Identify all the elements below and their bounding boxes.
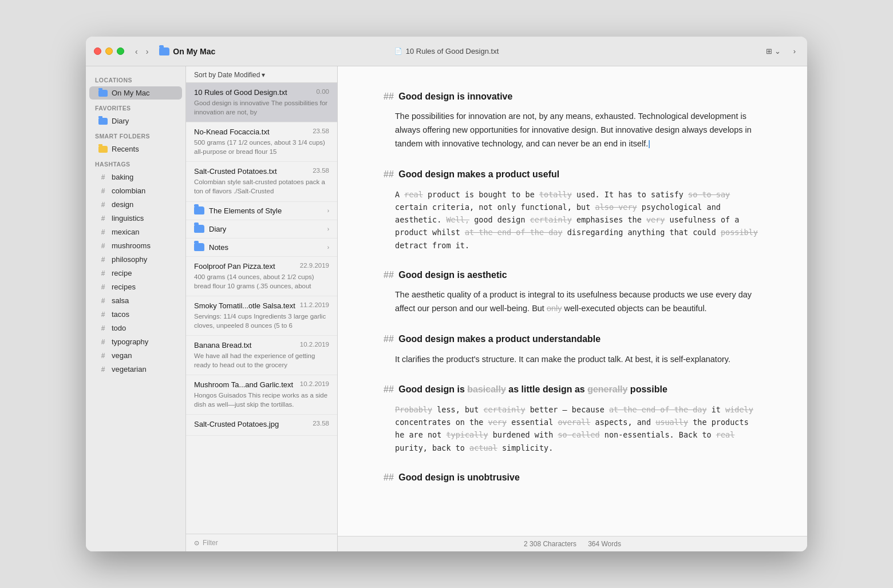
file-item-header: No-Knead Focaccia.txt 23.58 (194, 128, 329, 136)
sidebar-item-diary[interactable]: Diary (89, 114, 182, 128)
sidebar-item-vegetarian[interactable]: # vegetarian (89, 363, 182, 376)
strikethrough-text: real (404, 190, 423, 199)
hash-icon: # (98, 173, 108, 181)
file-item[interactable]: 10 Rules of Good Design.txt 0.00 Good de… (186, 83, 337, 122)
word-count: 364 Words (588, 540, 621, 548)
folder-icon (98, 146, 108, 153)
sidebar-item-label: On My Mac (112, 89, 149, 97)
folder-icon (194, 243, 204, 251)
file-item-header: Salt-Crusted Potatoes.jpg 23.58 (194, 420, 329, 428)
file-size: 11.2.2019 (300, 301, 329, 308)
view-toggle-button[interactable]: ⊞ ⌄ (762, 46, 784, 57)
sidebar-item-typography[interactable]: # typography (89, 335, 182, 348)
file-name: 10 Rules of Good Design.txt (194, 88, 312, 97)
sidebar-item-mexican[interactable]: # mexican (89, 225, 182, 239)
folder-item[interactable]: The Elements of Style › (186, 202, 337, 220)
strikethrough-text: overall (558, 418, 590, 427)
sidebar: Locations On My Mac Favorites Diary Smar… (86, 66, 186, 551)
file-item[interactable]: No-Knead Focaccia.txt 23.58 500 grams (1… (186, 122, 337, 162)
sort-button[interactable]: Sort by Date Modified ▾ (194, 71, 265, 79)
hash-icon: # (98, 297, 108, 305)
sidebar-item-label: recipe (112, 269, 132, 277)
sidebar-item-design[interactable]: # design (89, 198, 182, 211)
back-button[interactable]: ‹ (132, 46, 141, 57)
sidebar-item-vegan[interactable]: # vegan (89, 349, 182, 362)
sidebar-item-recipe[interactable]: # recipe (89, 267, 182, 280)
sidebar-item-linguistics[interactable]: # linguistics (89, 212, 182, 225)
paragraph-little-design: Probably less, but certainly better – be… (384, 403, 761, 454)
file-preview: Hongos Guisados This recipe works as a s… (194, 391, 329, 409)
paragraph-innovative: The possibilities for innovation are not… (384, 110, 761, 151)
file-item[interactable]: Salt-Crusted Potatoes.txt 23.58 Colombia… (186, 162, 337, 201)
folder-name: The Elements of Style (209, 206, 323, 215)
strikethrough-text: real (716, 430, 735, 439)
sidebar-item-todo[interactable]: # todo (89, 321, 182, 335)
current-file-title: 📄 10 Rules of Good Design.txt (394, 47, 499, 55)
chevron-right-icon: › (327, 208, 329, 214)
sidebar-item-mushrooms[interactable]: # mushrooms (89, 239, 182, 252)
strikethrough-text: widely (725, 405, 753, 414)
hash-icon: # (98, 228, 108, 236)
sidebar-item-baking[interactable]: # baking (89, 170, 182, 184)
file-preview: 500 grams (17 1/2 ounces, about 3 1/4 cu… (194, 138, 329, 156)
file-preview: 400 grams (14 ounces, about 2 1/2 cups) … (194, 272, 329, 291)
strikethrough-text: basically (467, 384, 506, 394)
sidebar-item-label: Diary (112, 117, 129, 125)
maximize-button[interactable] (117, 47, 124, 55)
file-name: Smoky Tomatil...otle Salsa.text (194, 301, 295, 310)
heading-useful: ## Good design makes a product useful (384, 167, 761, 182)
close-button[interactable] (94, 47, 101, 55)
file-item[interactable]: Mushroom Ta...and Garlic.text 10.2.2019 … (186, 375, 337, 415)
sidebar-item-label: todo (112, 324, 126, 332)
file-item[interactable]: Foolproof Pan Pizza.text 22.9.2019 400 g… (186, 257, 337, 296)
sidebar-item-tacos[interactable]: # tacos (89, 308, 182, 321)
editor[interactable]: ## Good design is innovative The possibi… (338, 66, 807, 536)
file-name: Salt-Crusted Potatoes.txt (194, 167, 308, 176)
sidebar-item-philosophy[interactable]: # philosophy (89, 253, 182, 266)
file-item-header: Smoky Tomatil...otle Salsa.text 11.2.201… (194, 301, 329, 310)
filter-label[interactable]: Filter (203, 539, 218, 547)
file-item[interactable]: Smoky Tomatil...otle Salsa.text 11.2.201… (186, 296, 337, 336)
hash-icon: # (98, 283, 108, 291)
forward-button[interactable]: › (143, 46, 152, 57)
hash-icon: # (98, 214, 108, 223)
strikethrough-text: very (488, 418, 507, 427)
file-item-header: Salt-Crusted Potatoes.txt 23.58 (194, 167, 329, 176)
file-item[interactable]: Salt-Crusted Potatoes.jpg 23.58 (186, 415, 337, 436)
file-preview: Servings: 11/4 cups Ingredients 3 large … (194, 312, 329, 330)
file-size: 23.58 (313, 167, 329, 174)
hash-icon: # (98, 242, 108, 250)
hash-icon: # (98, 365, 108, 374)
strikethrough-text: generally (587, 384, 627, 394)
file-item[interactable]: Banana Bread.txt 10.2.2019 We have all h… (186, 336, 337, 375)
minimize-button[interactable] (105, 47, 113, 55)
main-content: Locations On My Mac Favorites Diary Smar… (86, 66, 807, 551)
folder-name: Diary (209, 225, 323, 233)
sidebar-item-label: mexican (112, 228, 139, 236)
titlebar-actions: ⊞ ⌄ › (762, 46, 799, 57)
sidebar-item-label: baking (112, 173, 133, 181)
file-item-header: Banana Bread.txt 10.2.2019 (194, 341, 329, 349)
sidebar-item-label: Recents (112, 145, 139, 153)
locations-label: Locations (86, 72, 185, 86)
sidebar-item-salsa[interactable]: # salsa (89, 294, 182, 307)
share-button[interactable]: › (790, 46, 799, 57)
strikethrough-text: at the end of the day (609, 405, 707, 414)
sidebar-item-recipes[interactable]: # recipes (89, 280, 182, 293)
strikethrough-text: Probably (395, 405, 432, 414)
folder-item[interactable]: Notes › (186, 239, 337, 257)
smart-folders-label: Smart Folders (86, 128, 185, 142)
file-name: Banana Bread.txt (194, 341, 295, 349)
chevron-right-icon: › (327, 226, 329, 232)
sidebar-item-recents[interactable]: Recents (89, 142, 182, 156)
file-preview: Good design is innovative The possibilit… (194, 98, 329, 117)
file-preview: We have all had the experience of gettin… (194, 351, 329, 370)
folder-item[interactable]: Diary › (186, 220, 337, 239)
strikethrough-text: certainly (530, 215, 572, 224)
heading-unobtrusive: ## Good design is unobtrusive (384, 470, 761, 485)
sidebar-item-colombian[interactable]: # colombian (89, 184, 182, 197)
favorites-label: Favorites (86, 100, 185, 114)
hash-icon: # (98, 324, 108, 332)
heading-aesthetic: ## Good design is aesthetic (384, 268, 761, 283)
sidebar-item-on-my-mac[interactable]: On My Mac (89, 86, 182, 100)
